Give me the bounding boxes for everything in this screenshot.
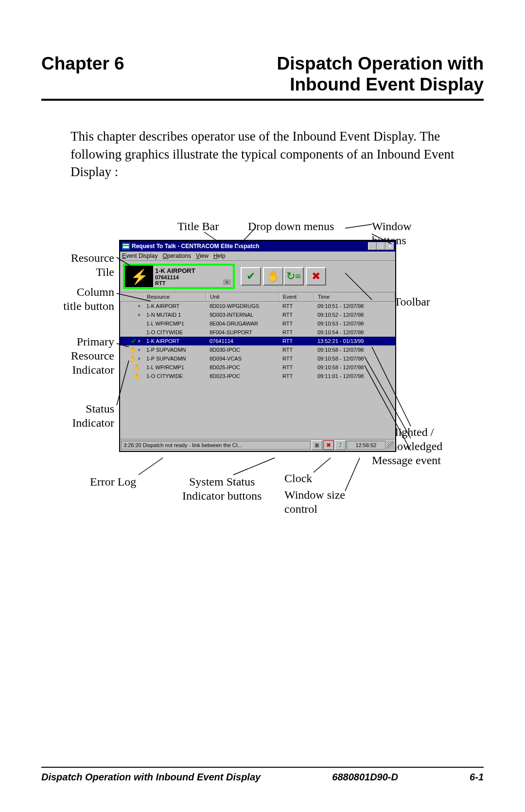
row-status-icons: × xyxy=(120,304,143,309)
callout-titlebar: Title Bar xyxy=(177,219,219,234)
row-time: 09:10:52 - 12/07/98 xyxy=(315,312,395,318)
tile-resource-id: 07641114 xyxy=(155,274,231,280)
figure-wrap: Title Bar Drop down menus Windowbuttons … xyxy=(41,210,489,570)
row-event: RTT xyxy=(280,338,315,344)
row-resource: 1-N MUTAID 1 xyxy=(143,312,207,318)
close-button[interactable]: × xyxy=(385,242,394,250)
footer-left: Dispatch Operation with Inbound Event Di… xyxy=(41,772,261,783)
callout-sys-status: System StatusIndicator buttons xyxy=(182,475,262,503)
menu-help[interactable]: Help xyxy=(213,253,226,259)
row-time: 09:10:51 - 12/07/98 xyxy=(315,303,395,309)
maximize-button[interactable]: □ xyxy=(377,242,385,250)
row-status-icons: ✋ xyxy=(120,364,143,371)
table-row[interactable]: ✋×1-P SUPVADMN8D030-IPOCRTT09:10:58 - 12… xyxy=(120,345,395,354)
table-row[interactable]: 1-O CITYWIDE8F004-SUPPORTRTT09:10:54 - 1… xyxy=(120,328,395,337)
app-icon xyxy=(122,243,130,250)
status-btn-2[interactable]: ✖ xyxy=(323,440,334,450)
row-unit: 8D094-VCAS xyxy=(207,356,280,361)
row-event: RTT xyxy=(280,329,315,335)
row-event: RTT xyxy=(280,356,315,361)
window-buttons: _ □ × xyxy=(368,242,394,250)
menu-operations[interactable]: Operations xyxy=(162,253,191,259)
callout-primary: PrimaryResourceIndicator xyxy=(66,335,114,377)
row-unit: 8F004-SUPPORT xyxy=(207,329,280,335)
row-resource: 1-O CITYWIDE xyxy=(143,329,207,335)
callout-status-indicator: StatusIndicator xyxy=(68,402,114,430)
table-row[interactable]: ✔×1-K AIRPORT07641114RTT13:52:21 - 01/13… xyxy=(120,337,395,345)
intro-paragraph: This chapter describes operator use of t… xyxy=(70,127,484,180)
row-status-icons: ✋× xyxy=(120,355,143,362)
row-unit: 8D010-WPGDRUGS xyxy=(207,303,280,309)
callout-column-title: Columntitle button xyxy=(51,285,114,313)
footer-right: 6-1 xyxy=(470,772,484,783)
ied-toolbar: ✔ ✋ ↻≡ ✖ xyxy=(241,267,326,286)
row-resource: 1-K AIRPORT xyxy=(143,338,207,344)
svg-line-2 xyxy=(345,224,372,228)
col-event[interactable]: Event xyxy=(280,292,315,301)
row-unit: 8D023-IPOC xyxy=(207,373,280,379)
svg-line-15 xyxy=(345,458,360,491)
table-row[interactable]: ×1-N MUTAID 19D003-INTERNALRTT09:10:52 -… xyxy=(120,310,395,319)
row-resource: 1-O CITYWIDE xyxy=(143,373,207,379)
row-event: RTT xyxy=(280,364,315,370)
status-btn-1[interactable]: ≣ xyxy=(312,440,322,450)
accept-button[interactable]: ✔ xyxy=(241,267,261,286)
menu-view[interactable]: View xyxy=(196,253,209,259)
svg-line-14 xyxy=(314,458,331,472)
col-unit[interactable]: Unit xyxy=(207,292,280,301)
status-btn-3[interactable]: ⤴ xyxy=(335,440,346,450)
down-arrow-icon[interactable]: ▼ xyxy=(223,279,231,285)
row-event: RTT xyxy=(280,303,315,309)
row-time: 09:11:01 - 12/07/98 xyxy=(315,373,395,379)
resize-grip-icon[interactable] xyxy=(386,441,394,449)
row-unit: 8D025-IPOC xyxy=(207,364,280,370)
row-unit: 8D030-IPOC xyxy=(207,347,280,353)
row-status-icons: ✔× xyxy=(120,337,143,345)
callout-clock: Clock xyxy=(284,471,312,486)
minimize-button[interactable]: _ xyxy=(368,242,377,250)
row-time: 09:10:53 - 12/07/98 xyxy=(315,321,395,326)
col-time[interactable]: Time xyxy=(315,292,395,301)
row-resource: 1-P SUPVADMN xyxy=(143,356,207,361)
statusbar: 3:26:20 Dispatch not ready - link betwee… xyxy=(120,439,395,451)
resource-tile[interactable]: ⚡ 1-K AIRPORT 07641114 RTT ▼ xyxy=(123,264,235,289)
callout-resource-tile: ResourceTile xyxy=(61,251,114,279)
error-log[interactable]: 3:26:20 Dispatch not ready - link betwee… xyxy=(121,441,311,450)
titlebar[interactable]: Request To Talk - CENTRACOM Elite Dispat… xyxy=(120,241,395,252)
footer-mid: 6880801D90-D xyxy=(332,772,398,783)
row-resource: 1-L WP/RCMP1 xyxy=(143,321,207,326)
row-time: 09:10:58 - 12/07/98 xyxy=(315,364,395,370)
row-event: RTT xyxy=(280,321,315,326)
titlebar-text: Request To Talk - CENTRACOM Elite Dispat… xyxy=(132,243,259,250)
callout-dropdown: Drop down menus xyxy=(248,219,334,234)
col-status[interactable] xyxy=(120,292,143,301)
toolbar-row: ⚡ 1-K AIRPORT 07641114 RTT ▼ ✔ ✋ ↻≡ ✖ xyxy=(120,261,395,292)
tile-resource-status: RTT xyxy=(155,280,231,286)
table-row[interactable]: 1-L WP/RCMP18E004-DRUGAWARRTT09:10:53 - … xyxy=(120,319,395,328)
bolt-icon: ⚡ xyxy=(125,266,153,287)
row-unit: 8E004-DRUGAWAR xyxy=(207,321,280,326)
list-empty-area xyxy=(120,380,395,439)
callout-error-log: Error Log xyxy=(90,475,136,489)
row-event: RTT xyxy=(280,312,315,318)
table-row[interactable]: ✋×1-P SUPVADMN8D094-VCASRTT09:10:58 - 12… xyxy=(120,354,395,363)
table-row[interactable]: ✋1-L WP/RCMP18D025-IPOCRTT09:10:58 - 12/… xyxy=(120,363,395,372)
col-resource[interactable]: Resource xyxy=(143,292,207,301)
table-row[interactable]: ×1-K AIRPORT8D010-WPGDRUGSRTT09:10:51 - … xyxy=(120,302,395,310)
row-status-icons: ✋× xyxy=(120,346,143,353)
chapter-label: Chapter 6 xyxy=(41,54,124,74)
row-time: 09:10:54 - 12/07/98 xyxy=(315,329,395,335)
menubar: Event Display Operations View Help xyxy=(120,252,395,261)
menu-event-display[interactable]: Event Display xyxy=(122,253,158,259)
page-header: Chapter 6 Dispatch Operation with Inboun… xyxy=(41,54,484,101)
reject-button[interactable]: ✖ xyxy=(306,267,326,286)
tile-resource-name: 1-K AIRPORT xyxy=(155,267,231,274)
row-event: RTT xyxy=(280,373,315,379)
row-status-icons: × xyxy=(120,312,143,318)
table-row[interactable]: ✋1-O CITYWIDE8D023-IPOCRTT09:11:01 - 12/… xyxy=(120,372,395,380)
hold-button[interactable]: ✋ xyxy=(263,267,283,286)
row-time: 13:52:21 - 01/13/99 xyxy=(315,338,395,344)
row-time: 09:10:58 - 12/07/98 xyxy=(315,347,395,353)
clock: 12:56:52 xyxy=(347,441,385,450)
list-button[interactable]: ↻≡ xyxy=(283,267,304,286)
